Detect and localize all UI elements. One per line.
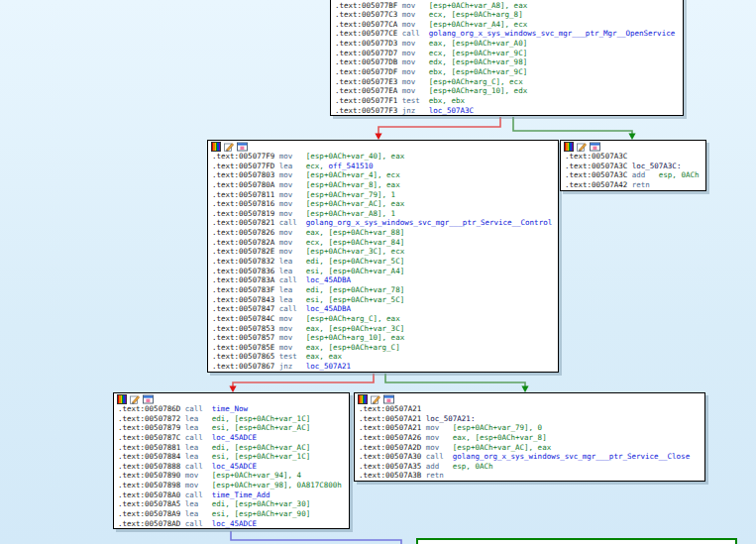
block-005077BF[interactable]: .text:005077BF mov [esp+0ACh+var_A8], ea…	[330, 0, 684, 116]
asm-line[interactable]: .text:005077EA mov [esp+0ACh+arg_10], ed…	[331, 86, 683, 96]
node-color-icon[interactable]	[564, 142, 574, 152]
asm-line[interactable]: .text:005077CE call golang_org_x_sys_win…	[331, 29, 683, 39]
asm-line[interactable]: .text:005077F3 jnz loc_507A3C	[331, 106, 683, 116]
asm-line[interactable]: .text:00507847 call loc_45ADBA	[208, 304, 558, 314]
asm-line[interactable]: .text:005077DF mov ebx, [esp+0ACh+var_9C…	[331, 67, 683, 77]
asm-line[interactable]: .text:005077DB mov edx, [esp+0ACh+var_98…	[331, 57, 683, 67]
mnemonic: mov	[397, 67, 429, 76]
address: .text:0050783A	[212, 275, 274, 284]
operand: ecx,	[306, 162, 329, 170]
address: .text:00507884	[118, 452, 180, 461]
asm-line[interactable]: .text:0050784C mov [esp+0ACh+arg_C], eax	[208, 314, 558, 324]
asm-line[interactable]: .text:00507A30 call golang_org_x_sys_win…	[355, 452, 704, 462]
asm-line[interactable]: .text:005078A0 call time_Time_Add	[114, 490, 349, 500]
asm-line[interactable]: .text:0050787C call loc_45ADCE	[114, 433, 349, 443]
address: .text:00507A2D	[359, 443, 421, 452]
asm-line[interactable]: .text:005077D7 mov ecx, [esp+0ACh+var_9C…	[331, 49, 683, 58]
asm-line[interactable]: .text:005077BF mov [esp+0ACh+var_A8], ea…	[331, 1, 683, 11]
operand: ecx, [esp+0ACh+arg_8]	[429, 10, 523, 19]
asm-line[interactable]: .text:00507A3C add esp, 0ACh	[561, 170, 705, 180]
asm-line[interactable]: .text:005078A5 lea edi, [esp+0ACh+var_30…	[114, 499, 349, 509]
asm-line[interactable]: .text:00507832 lea edi, [esp+0ACh+var_5C…	[208, 257, 558, 267]
block-00507A3C[interactable]: .text:00507A3C.text:00507A3C loc_507A3C:…	[560, 140, 706, 191]
mnemonic: mov	[397, 57, 429, 66]
asm-line[interactable]: .text:00507843 lea esi, [esp+0ACh+var_5C…	[208, 295, 558, 305]
node-color-icon[interactable]	[211, 142, 221, 152]
address: .text:0050784C	[212, 314, 274, 323]
mnemonic: lea	[274, 295, 306, 304]
asm-line[interactable]: .text:00507853 mov eax, [esp+0ACh+var_3C…	[208, 324, 558, 334]
graph-canvas[interactable]: { "view": { "kind": "disassembly-graph",…	[0, 0, 756, 544]
asm-line[interactable]: .text:00507884 lea esi, [esp+0ACh+var_1C…	[114, 452, 349, 462]
asm-line[interactable]: .text:005077C3 mov ecx, [esp+0ACh+arg_8]	[331, 10, 683, 20]
asm-line[interactable]: .text:005077D3 mov eax, [esp+0ACh+var_A0…	[331, 39, 683, 49]
asm-line[interactable]: .text:005077F9 mov [esp+0ACh+var_40], ea…	[208, 152, 558, 162]
asm-line[interactable]: .text:0050786D call time_Now	[114, 404, 349, 414]
asm-line[interactable]: .text:005078AD call loc_45ADCE	[114, 519, 349, 529]
address: .text:005077CE	[335, 29, 397, 38]
asm-line[interactable]: .text:00507898 mov [esp+0ACh+var_98], 0A…	[114, 481, 349, 490]
asm-line[interactable]: .text:00507836 lea esi, [esp+0ACh+var_A4…	[208, 267, 558, 276]
mnemonic: mov	[274, 228, 306, 237]
asm-line[interactable]: .text:005077FD lea ecx, off_541510	[208, 162, 558, 171]
asm-line[interactable]: .text:00507888 call loc_45ADCE	[114, 462, 349, 472]
mnemonic: mov	[397, 39, 429, 48]
mnemonic: mov	[397, 1, 429, 10]
asm-line[interactable]: .text:00507803 mov [esp+0ACh+var_4], ecx	[208, 170, 558, 180]
asm-line[interactable]: .text:00507865 test eax, eax	[208, 352, 558, 362]
asm-line[interactable]: .text:00507A26 mov eax, [esp+0ACh+var_8]	[355, 433, 704, 443]
asm-line[interactable]: .text:00507A42 retn	[561, 180, 705, 190]
asm-line[interactable]: .text:00507811 mov [esp+0ACh+var_79], 1	[208, 190, 558, 200]
asm-line[interactable]: .text:00507857 mov [esp+0ACh+arg_10], ea…	[208, 333, 558, 343]
mnemonic: mov	[274, 314, 306, 323]
mnemonic: lea	[180, 423, 212, 432]
node-color-icon[interactable]	[117, 394, 127, 404]
asm-line[interactable]: .text:0050783F lea edi, [esp+0ACh+var_78…	[208, 285, 558, 295]
asm-line[interactable]: .text:00507816 mov [esp+0ACh+var_AC], ea…	[208, 199, 558, 209]
asm-line[interactable]: .text:00507A3B retn	[355, 471, 704, 481]
mnemonic: call	[180, 404, 212, 413]
address: .text:005077CA	[335, 20, 397, 29]
asm-line[interactable]: .text:0050783A call loc_45ADBA	[208, 275, 558, 285]
operand: esi, [esp+0ACh+var_5C]	[306, 295, 404, 304]
asm-line[interactable]: .text:0050782E mov [esp+0ACh+var_3C], ec…	[208, 247, 558, 257]
address: .text:00507847	[212, 304, 274, 313]
asm-line[interactable]: .text:00507819 mov [esp+0ACh+var_A8], 1	[208, 209, 558, 219]
operand-name: loc_507A21	[306, 362, 351, 371]
asm-line[interactable]: .text:00507881 lea edi, [esp+0ACh+var_AC…	[114, 443, 349, 453]
block-005077F9[interactable]: .text:005077F9 mov [esp+0ACh+var_40], ea…	[207, 140, 559, 373]
asm-line[interactable]: .text:00507A21 mov [esp+0ACh+var_79], 0	[355, 423, 704, 433]
mnemonic: lea	[180, 443, 212, 452]
asm-line[interactable]: .text:005078A9 lea esi, [esp+0ACh+var_90…	[114, 509, 349, 519]
node-color-icon[interactable]	[358, 394, 368, 404]
block-partial-bottom[interactable]	[416, 538, 737, 544]
operand: eax, [esp+0ACh+var_88]	[306, 228, 404, 237]
block-0050786D[interactable]: .text:0050786D call time_Now.text:005078…	[113, 392, 350, 529]
asm-line[interactable]: .text:0050782A mov ecx, [esp+0ACh+var_84…	[208, 238, 558, 248]
asm-line[interactable]: .text:00507867 jnz loc_507A21	[208, 362, 558, 372]
asm-line[interactable]: .text:0050785E mov eax, [esp+0ACh+arg_C]	[208, 343, 558, 353]
asm-line[interactable]: .text:0050780A mov [esp+0ACh+var_8], eax	[208, 180, 558, 190]
asm-line[interactable]: .text:00507A3C	[561, 152, 705, 162]
asm-line[interactable]: .text:00507A35 add esp, 0ACh	[355, 462, 704, 472]
asm-line[interactable]: .text:005077F1 test ebx, ebx	[331, 96, 683, 106]
asm-line[interactable]: .text:00507A21 loc_507A21:	[355, 414, 704, 424]
operand: esp, 0ACh	[453, 462, 493, 471]
asm-line[interactable]: .text:00507A2D mov [esp+0ACh+var_AC], ea…	[355, 443, 704, 453]
asm-line[interactable]: .text:005077E3 mov [esp+0ACh+arg_C], ecx	[331, 77, 683, 87]
asm-line[interactable]: .text:00507872 lea edi, [esp+0ACh+var_1C…	[114, 414, 349, 424]
operand-name: time_Now	[212, 404, 248, 413]
mnemonic: lea	[180, 509, 212, 518]
mnemonic: mov	[274, 343, 306, 352]
block-00507A21[interactable]: .text:00507A21.text:00507A21 loc_507A21:…	[354, 392, 705, 482]
asm-line[interactable]: .text:00507A3C loc_507A3C:	[561, 162, 705, 171]
asm-line[interactable]: .text:00507879 lea esi, [esp+0ACh+var_AC…	[114, 423, 349, 433]
asm-line[interactable]: .text:00507821 call golang_org_x_sys_win…	[208, 218, 558, 228]
address: .text:0050780A	[212, 180, 274, 189]
asm-line[interactable]: .text:00507890 mov [esp+0ACh+var_94], 4	[114, 471, 349, 481]
address: .text:00507867	[212, 362, 274, 371]
asm-line[interactable]: .text:005077CA mov [esp+0ACh+var_A4], ec…	[331, 20, 683, 30]
asm-line[interactable]: .text:00507A21	[355, 404, 704, 414]
asm-line[interactable]: .text:00507826 mov eax, [esp+0ACh+var_88…	[208, 228, 558, 238]
node-toolbar	[208, 141, 558, 152]
